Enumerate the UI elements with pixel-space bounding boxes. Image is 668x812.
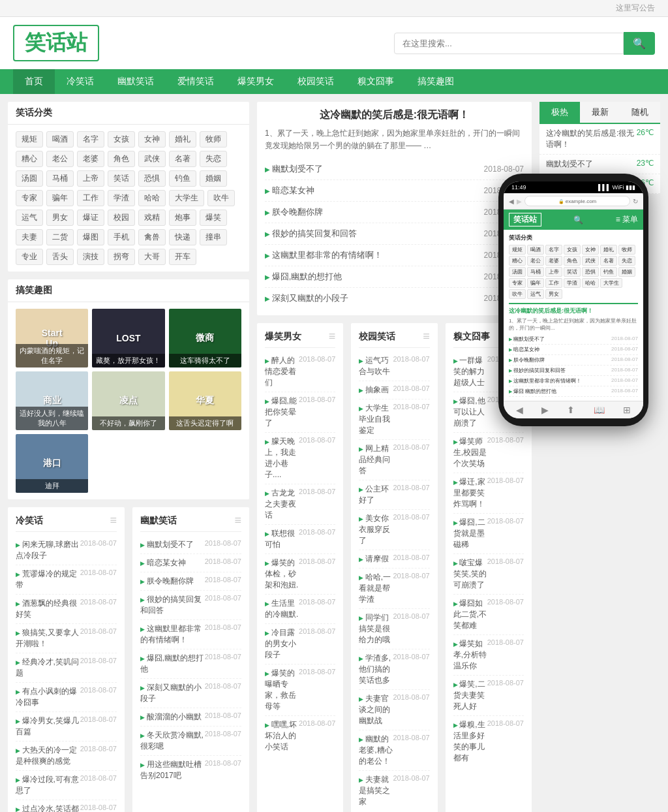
list-item-link[interactable]: 大学生毕业自我鉴定 [359,403,393,436]
list-item-link[interactable]: 深刻又幽默的小段子 [140,682,205,704]
list-item-link[interactable]: 幽默划受不了 [140,539,194,550]
more-icon[interactable]: ≡ [234,514,241,527]
category-tag[interactable]: 爆笑 [200,210,227,226]
category-tag[interactable]: 女孩 [108,131,135,148]
more-icon[interactable]: ≡ [517,330,524,343]
category-tag[interactable]: 老婆 [77,151,104,167]
list-item-link[interactable]: 学渣多,他们搞的笑话也多 [359,653,393,686]
category-tag[interactable]: 规矩 [16,131,43,148]
list-item-link[interactable]: 运气巧合与吹牛 [359,355,393,377]
list-item-link[interactable]: 爆笑的曝晒专家，救岳母等 [265,668,299,712]
list-item-link[interactable]: 爆笑,二货夫妻笑死人好 [453,679,487,712]
category-tag[interactable]: 爆图 [77,229,104,245]
category-tag[interactable]: 牧师 [200,131,227,148]
right-article-link[interactable]: 暗恋某女神 [546,178,585,189]
list-item-link[interactable]: 哈哈,一看就是帮学渣 [359,572,393,605]
more-icon[interactable]: ≡ [329,330,336,343]
list-item-link[interactable]: 酸溜溜的小幽默 [140,711,202,723]
right-article-link[interactable]: 幽默划受不了 [546,159,593,170]
list-item-link[interactable]: 这幽默里都非常的有情绪啊！ [140,623,205,646]
category-tag[interactable]: 演技 [77,249,104,265]
category-tag[interactable]: 舌头 [46,249,74,265]
list-item-link[interactable]: 爆冷过段,可有意思了 [16,774,80,796]
nav-item-humor[interactable]: 幽默笑话 [106,69,166,94]
category-tag[interactable]: 开车 [169,249,196,265]
list-item-link[interactable]: 夫妻官谈之间的幽默战 [359,693,393,726]
list-item-link[interactable]: 爆迁,家里都要笑炸骂啊！ [453,476,487,510]
category-tag[interactable]: 炮事 [169,210,196,226]
article-link[interactable]: 幽默划受不了 [265,163,323,175]
category-tag[interactable]: 马桶 [46,170,74,187]
meme-item[interactable]: LOST 藏獒，放开那女孩！ [92,309,164,367]
article-link[interactable]: 暗恋某女神 [265,185,314,196]
category-tag[interactable]: 工作 [77,190,104,206]
category-tag[interactable]: 恐惧 [138,170,166,187]
list-item-link[interactable]: 联想很可怕 [265,528,299,550]
category-tag[interactable]: 专业 [16,249,43,265]
category-tag[interactable]: 女神 [138,131,166,148]
meme-item[interactable]: 华夏 这舌头迟定得了啊 [169,371,241,430]
list-item-link[interactable]: 一群爆笑的解力超级人士 [453,355,487,388]
nav-item-awkward[interactable]: 糗文囧事 [346,69,406,94]
list-item-link[interactable]: 醉人的情恋爱着们 [265,355,299,388]
category-tag[interactable]: 哈哈 [138,190,166,206]
list-item-link[interactable]: 抽象画 [359,384,389,396]
list-item-link[interactable]: 古龙龙之夫妻夜话 [265,488,299,521]
tab-random[interactable]: 随机 [620,102,660,123]
article-link[interactable]: 爆囧,幽默的想打他 [265,271,342,283]
nav-item-love[interactable]: 爱情笑话 [166,69,226,94]
category-tag[interactable]: 拐弯 [108,249,135,265]
category-tag[interactable]: 夫妻 [16,229,43,245]
list-item-link[interactable]: 大热天的冷一定是种很爽的感觉 [16,745,80,767]
category-tag[interactable]: 学渣 [108,190,135,206]
category-tag[interactable]: 失恋 [200,151,227,167]
list-item-link[interactable]: 冬天欣赏冷幽默,很彩嗯 [140,730,205,752]
category-tag[interactable]: 喝酒 [46,131,74,148]
category-tag[interactable]: 名著 [169,151,196,167]
list-item-link[interactable]: 用这些幽默吐槽告别2017吧 [140,759,205,781]
category-tag[interactable]: 撞串 [200,229,227,245]
article-link[interactable]: 深刻又幽默的小段子 [265,292,348,304]
category-tag[interactable]: 手机 [108,229,135,245]
list-item-link[interactable]: 幽默的老婆,糟心的老公！ [359,734,393,767]
category-tag[interactable]: 糟心 [16,151,43,167]
list-item-link[interactable]: 冷目露的男女小段子 [265,627,299,661]
meme-item[interactable]: Start Up 内蒙嗤酒的规矩，记住名字 [16,309,88,367]
list-item-link[interactable]: 酒葱飘的经典很好笑 [16,598,80,620]
category-tag[interactable]: 角色 [108,151,135,167]
category-tag[interactable]: 二货 [46,229,74,245]
nav-item-men-women[interactable]: 爆笑男女 [226,69,286,94]
nav-item-cold[interactable]: 冷笑话 [55,69,106,94]
category-tag[interactable]: 汤圆 [16,170,43,187]
list-item-link[interactable]: 爆冷男女,笑爆几百篇 [16,715,80,738]
list-item-link[interactable]: 爆笑的体检，砂架和泡妞. [265,557,299,591]
meme-item[interactable]: 港口 迪拜 [16,434,88,493]
list-item-link[interactable]: 经典冷才,笑叽问题 [16,657,80,679]
category-tag[interactable]: 运气 [16,210,43,226]
list-item-link[interactable]: 嘿嘿,坏坏治人的小笑话 [265,719,299,753]
list-item-link[interactable]: 狼搞笑,又要拿人开潮啦！ [16,627,80,649]
list-item-link[interactable]: 过点冷水,笑话都会没人着的 [16,804,80,812]
list-item-link[interactable]: 朕令晚翻你牌 [140,576,194,587]
list-item-link[interactable]: 爆囧,幽默的想打他 [140,653,205,675]
article-link[interactable]: 这幽默里都非常的有情绪啊！ [265,249,382,261]
more-icon[interactable]: ≡ [110,514,117,527]
tab-hot[interactable]: 极热 [539,102,580,123]
meme-item[interactable]: 凌点 不好动，飙刚你了 [92,371,164,430]
category-tag[interactable]: 吹牛 [207,190,235,206]
list-item-link[interactable]: 爆囧,能把你笑晕了 [265,396,299,429]
category-tag[interactable]: 钓鱼 [169,170,196,187]
list-item-link[interactable]: 爆笑如孝,分析特温乐你 [453,638,487,672]
site-logo[interactable]: 笑话站 [13,25,99,61]
category-tag[interactable]: 男女 [46,210,74,226]
list-item-link[interactable]: 朦天晚上，我走进小巷子.... [265,436,299,480]
category-tag[interactable]: 快递 [169,229,196,245]
list-item-link[interactable]: 公主环好了 [359,484,393,506]
category-tag[interactable]: 校园 [108,210,135,226]
list-item-link[interactable]: 啵宝爆笑笑,笑的可崩溃了 [453,557,487,591]
nav-item-meme[interactable]: 搞笑趣图 [406,69,466,94]
list-item-link[interactable]: 暗恋某女神 [140,557,186,569]
list-item-link[interactable]: 很妙的搞笑回复和回答 [140,594,205,616]
search-button[interactable]: 🔍 [624,32,655,55]
list-item-link[interactable]: 夫妻就是搞笑之家 [359,774,393,807]
